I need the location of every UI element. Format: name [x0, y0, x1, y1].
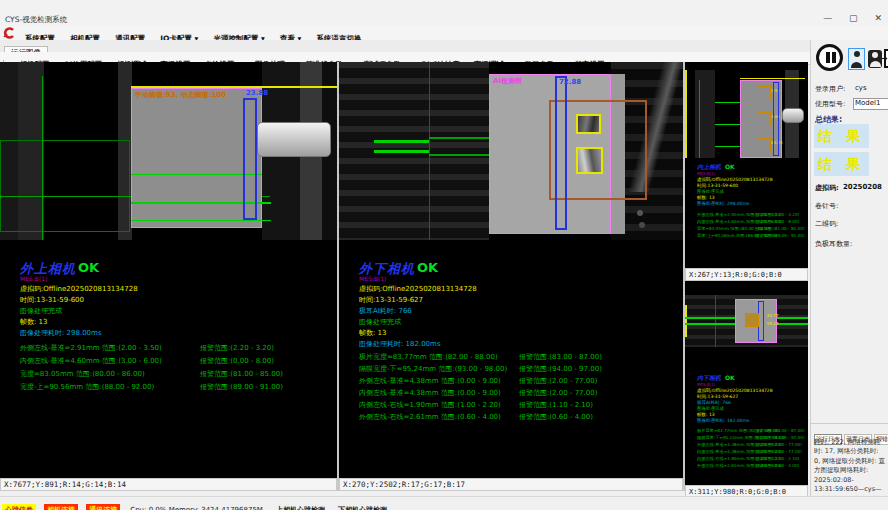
- exit-arrow-icon: ➜: [881, 54, 888, 63]
- ai-elapsed: 极耳AI耗时: 766: [359, 306, 412, 316]
- alarm-range: 报警范围:(83.00 - 87.00): [519, 352, 602, 362]
- alarm-range: 报警范围:(89.00 - 91.00): [755, 233, 805, 238]
- alarm-range: 报警范围:(2.00 - 77.00): [755, 449, 802, 454]
- inner-top-image-canvas[interactable]: 2.91 4.60 83.05: [685, 70, 808, 158]
- pause-icon: [826, 52, 830, 63]
- measure-row: 宽度=83.05mm 范围:(80.00 - 86.00): [20, 369, 145, 379]
- cursor-pixel-info: X:270;Y:2502;R:17;G:17;B:17: [343, 480, 465, 489]
- pin-number-label: 卷针号:: [815, 201, 838, 211]
- threshold-label: 手动阈值:93, 动态阈值:100: [135, 90, 226, 100]
- alarm-range: 报警范围:(0.00 - 8.00): [200, 356, 274, 366]
- orange-marker-box: [757, 86, 771, 100]
- virtual-barcode: 虚拟码:Offline2025020813134728: [697, 388, 773, 393]
- model-input[interactable]: Model1: [853, 98, 888, 110]
- qr-code-label: 二维码:: [815, 219, 838, 229]
- app-logo-icon: [3, 27, 15, 39]
- measure-row: 内侧左线-基准=4.38mm 范围:(0.00 - 9.00): [359, 388, 501, 398]
- alarm-range: 报警范围:(94.00 - 97.00): [755, 435, 805, 440]
- result-indicator-1: 结 果: [814, 124, 869, 148]
- processing-done-label: 图像处理完成: [697, 189, 724, 194]
- user-login-button[interactable]: [848, 48, 865, 70]
- ai-elapsed: 极耳AI耗时: 766: [697, 400, 731, 405]
- outer-bottom-image-canvas[interactable]: AI检测框 72.88: [339, 62, 683, 240]
- virtual-barcode: 虚拟码:Offline2025020813134728: [359, 284, 477, 294]
- camera-view-outer-top: 手动阈值:93, 动态阈值:100 23.88 外上相机 OK MES:B(1)…: [0, 62, 337, 478]
- vertical-green-line: [42, 76, 43, 240]
- green-roi-outline: [0, 140, 130, 232]
- measure-row: 宽度-上=90.56mm 范围:(88.00 - 92.00): [20, 382, 154, 392]
- bolt-hole: [639, 222, 645, 228]
- orange-marker-box: [757, 138, 771, 152]
- alarm-range: 报警范围:(89.00 - 91.00): [200, 382, 283, 392]
- mes-label: MES:B(1): [697, 171, 715, 176]
- ai-box-label: AI检测框: [493, 76, 522, 86]
- alarm-range: 报警范围:(2.00 - 77.00): [755, 442, 802, 447]
- camera-result-ok: OK: [725, 163, 735, 170]
- orange-marker-box: [745, 313, 759, 327]
- alarm-range: 报警范围:(81.00 - 85.00): [200, 369, 283, 379]
- outer-bottom-statusbar: X:270;Y:2502;R:17;G:17;B:17: [339, 478, 683, 491]
- virtual-barcode: 虚拟码:Offline2025020813134728: [20, 284, 138, 294]
- capture-time: 时间:13-31-59-627: [697, 394, 738, 399]
- yellow-edge-line: [685, 70, 687, 158]
- model-label: 使用型号:: [815, 99, 845, 109]
- alarm-range: 报警范围:(0.60 - 4.00): [755, 463, 799, 468]
- camera-view-outer-bottom: AI检测框 72.88 外下相机 OK MES:B(1) 虚拟码:Offline…: [339, 62, 683, 478]
- electrode-tab: [782, 108, 804, 123]
- vertical-green-line: [715, 295, 716, 347]
- processing-done-label: 图像处理完成: [20, 306, 62, 316]
- processing-done-label: 图像处理完成: [359, 317, 401, 327]
- login-user-value: cys: [855, 84, 867, 92]
- operator-button[interactable]: [868, 50, 882, 68]
- outer-top-image-canvas[interactable]: 手动阈值:93, 动态阈值:100 23.88: [0, 62, 337, 240]
- blue-roi-value: 23.88: [246, 89, 268, 97]
- pause-button[interactable]: [816, 44, 843, 71]
- titlebar: CYS-视觉检测系统 — ▢ ✕: [0, 0, 888, 27]
- marker-value: 95.24: [767, 321, 778, 326]
- pause-icon: [832, 52, 836, 63]
- frame-count: 帧数: 13: [697, 195, 715, 200]
- login-user-label: 登录用户:: [815, 84, 845, 94]
- measure-row: 隔膜宽度-下=95.24mm 范围:(93.00 - 98.00): [359, 364, 507, 374]
- alarm-range: 报警范围:(94.00 - 97.00): [519, 364, 602, 374]
- inner-bottom-image-canvas[interactable]: 83.77 95.24: [685, 295, 808, 347]
- blue-roi-box: [243, 98, 257, 220]
- measure-row: 内侧左线-基准=4.60mm 范围:(3.00 - 6.00): [20, 356, 162, 366]
- alarm-range: 报警范围:(2.20 - 3.20): [200, 343, 274, 353]
- capture-time: 时间:13-31-59-600: [20, 295, 84, 305]
- alarm-range: 报警范围:(1.10 - 2.10): [755, 456, 799, 461]
- alarm-range: 报警范围:(0.60 - 4.00): [519, 412, 593, 422]
- alarm-range: 报警范围:(1.10 - 2.10): [519, 400, 593, 410]
- measure-row: 内侧左线-右线=1.90mm 范围:(1.00 - 2.20): [359, 400, 501, 410]
- minimize-button[interactable]: —: [823, 13, 832, 23]
- mes-label: MES:B(1): [359, 275, 386, 282]
- tab-detect-box: [576, 114, 601, 134]
- mes-label: MES:B(1): [697, 382, 715, 387]
- tab-count-label: 负极耳数量:: [815, 239, 852, 249]
- alarm-range: 报警范围:(81.00 - 85.00): [755, 226, 805, 231]
- camera-view-inner-bottom: 83.77 95.24 内下相机 OK MES:B(1) 虚拟码:Offline…: [685, 281, 808, 485]
- orange-marker-box: [757, 112, 771, 126]
- measure-row: 外侧左线-右线=2.61mm 范围:(0.60 - 4.00): [359, 412, 501, 422]
- blue-roi-box: [773, 82, 779, 156]
- machine-stripe: [695, 70, 715, 158]
- exit-button[interactable]: ➜: [884, 49, 888, 68]
- log-output[interactable]: 耗时: 222, 网络检测耗时: 17, 网络分类耗时: 0, 网络提取分类耗时…: [814, 438, 886, 496]
- inner-top-statusbar: X:267;Y:13;R:0;G:0;B:0: [685, 268, 808, 281]
- bottom-margin: [0, 510, 888, 522]
- processing-elapsed: 图像处理耗时: 182.00ms: [697, 418, 749, 423]
- window-title: CYS-视觉检测系统: [5, 15, 67, 25]
- cursor-pixel-info: X:311;Y:980;R:0;G:0;B:0: [689, 488, 786, 496]
- yellow-edge-line: [685, 305, 687, 337]
- blue-roi-value: 72.88: [559, 78, 581, 86]
- bolt-hole: [637, 210, 643, 216]
- processing-elapsed: 图像处理耗时: 298.00ms: [697, 201, 749, 206]
- close-button[interactable]: ✕: [874, 13, 882, 23]
- blue-roi-box: [555, 76, 567, 230]
- user-icon: [849, 49, 864, 69]
- camera-result-ok: OK: [78, 260, 99, 275]
- maximize-button[interactable]: ▢: [849, 13, 858, 23]
- measure-row: 外侧左线-基准=2.91mm 范围:(2.00 - 3.50): [20, 343, 162, 353]
- virtual-barcode: 虚拟码:Offline2025020813134728: [697, 177, 773, 182]
- bottom-statusbar: 心跳信号 相机连接 通讯连接 Cpu: 0.0% Memory: 3424.41…: [0, 496, 888, 510]
